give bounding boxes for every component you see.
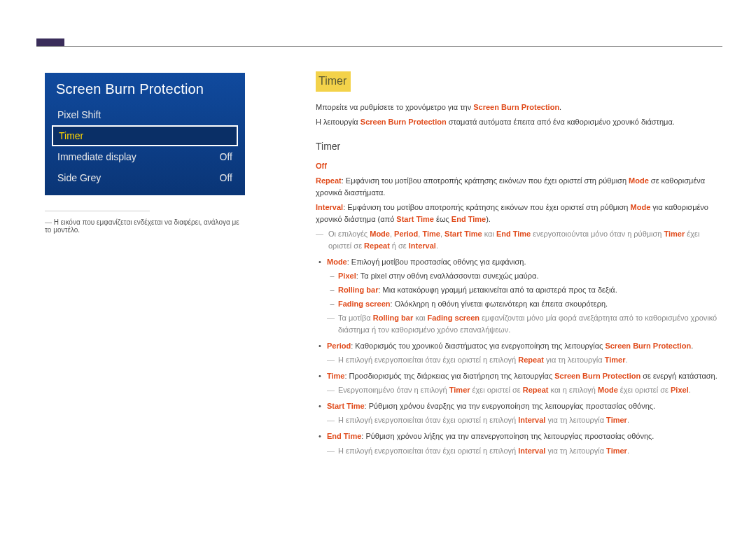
intro-line-2: Η λειτουργία Screen Burn Protection σταμ… <box>316 116 724 128</box>
bullet-mode: Mode: Επιλογή μοτίβου προστασίας οθόνης … <box>316 256 724 268</box>
osd-menu-label: Immediate display <box>57 151 136 162</box>
kw-time: Time <box>327 372 344 380</box>
left-column: Screen Burn Protection Pixel Shift Timer… <box>45 73 245 234</box>
osd-menu-item-side-grey[interactable]: Side Grey Off <box>45 167 245 188</box>
kw-period: Period <box>327 342 351 350</box>
sub-rolling-bar: Rolling bar: Μια κατακόρυφη γραμμή μετακ… <box>316 284 724 296</box>
osd-menu-label: Side Grey <box>57 172 101 183</box>
content-column: Timer Μπορείτε να ρυθμίσετε το χρονόμετρ… <box>316 71 724 457</box>
osd-menu-value: Off <box>220 172 232 183</box>
note-options-enable: Οι επιλογές Mode, Period, Time, Start Ti… <box>316 228 724 252</box>
caption-divider <box>45 211 150 211</box>
kw-end-time: End Time <box>451 215 486 223</box>
header-rule <box>36 46 722 47</box>
osd-menu-label: Timer <box>59 130 83 141</box>
kw-mode: Mode <box>327 258 347 266</box>
kw-interval: Interval <box>316 203 343 211</box>
osd-menu-item-timer[interactable]: Timer <box>52 125 238 146</box>
kw-screen-burn-protection: Screen Burn Protection <box>473 103 559 111</box>
osd-menu-label: Pixel Shift <box>57 109 101 120</box>
osd-menu-item-pixel-shift[interactable]: Pixel Shift <box>45 104 245 125</box>
note-end-enable: Η επιλογή ενεργοποιείται όταν έχει οριστ… <box>316 445 724 457</box>
osd-menu-title: Screen Burn Protection <box>45 73 245 104</box>
kw-off: Off <box>316 162 327 170</box>
intro-line-1: Μπορείτε να ρυθμίσετε το χρονόμετρο για … <box>316 101 724 113</box>
kw-mode: Mode <box>631 203 651 211</box>
note-time-enable: Ενεργοποιημένο όταν η επιλογή Timer έχει… <box>316 384 724 396</box>
subsection-heading-timer: Timer <box>316 139 724 155</box>
sub-fading-screen: Fading screen: Ολόκληρη η οθόνη γίνεται … <box>316 298 724 310</box>
kw-start-time: Start Time <box>327 402 365 410</box>
osd-menu-panel: Screen Burn Protection Pixel Shift Timer… <box>45 73 245 195</box>
kw-repeat: Repeat <box>316 176 342 185</box>
bullet-period: Period: Καθορισμός του χρονικού διαστήμα… <box>316 340 724 352</box>
kw-pixel: Pixel <box>338 272 356 280</box>
kw-start-time: Start Time <box>396 215 434 223</box>
sub-pixel: Pixel: Τα pixel στην οθόνη εναλλάσσονται… <box>316 270 724 282</box>
kw-end-time: End Time <box>327 432 361 440</box>
section-heading-timer: Timer <box>316 71 351 92</box>
header-accent <box>36 38 64 46</box>
osd-menu-item-immediate-display[interactable]: Immediate display Off <box>45 146 245 167</box>
bullet-end-time: End Time: Ρύθμιση χρόνου λήξης για την α… <box>316 430 724 442</box>
option-off: Off <box>316 160 724 172</box>
kw-screen-burn-protection: Screen Burn Protection <box>360 118 447 126</box>
note-patterns-once: Τα μοτίβα Rolling bar και Fading screen … <box>316 312 724 336</box>
image-disclaimer: Η εικόνα που εμφανίζεται ενδέχεται να δι… <box>45 218 245 234</box>
osd-menu-value: Off <box>220 151 232 162</box>
note-start-enable: Η επιλογή ενεργοποιείται όταν έχει οριστ… <box>316 414 724 426</box>
note-period-enable: Η επιλογή ενεργοποιείται όταν έχει οριστ… <box>316 354 724 366</box>
bullet-time: Time: Προσδιορισμός της διάρκειας για δι… <box>316 370 724 382</box>
option-repeat: Repeat: Εμφάνιση του μοτίβου αποτροπής κ… <box>316 175 724 199</box>
option-interval: Interval: Εμφάνιση του μοτίβου αποτροπής… <box>316 202 724 225</box>
kw-rolling-bar: Rolling bar <box>338 286 378 294</box>
bullet-start-time: Start Time: Ρύθμιση χρόνου έναρξης για τ… <box>316 400 724 412</box>
kw-mode: Mode <box>629 176 649 185</box>
kw-fading-screen: Fading screen <box>338 300 391 308</box>
